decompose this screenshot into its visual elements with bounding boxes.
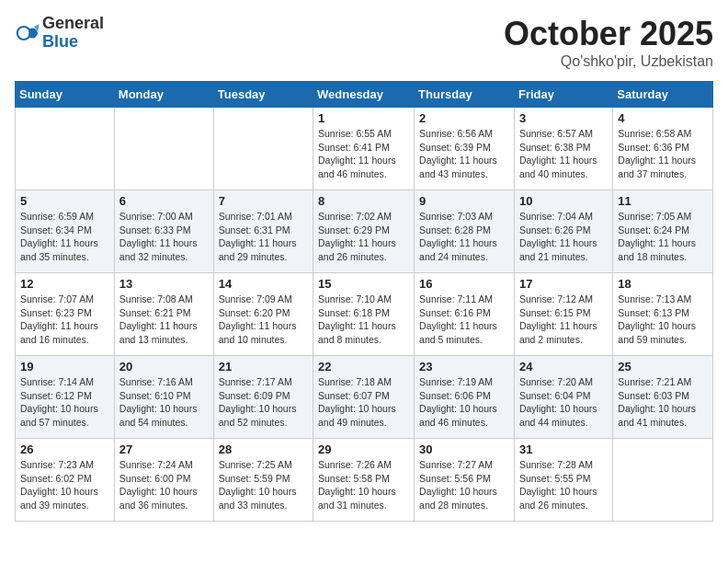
day-number: 19	[20, 360, 109, 373]
calendar-cell: 20Sunrise: 7:16 AM Sunset: 6:10 PM Dayli…	[114, 356, 213, 439]
calendar-cell: 9Sunrise: 7:03 AM Sunset: 6:28 PM Daylig…	[415, 190, 515, 273]
calendar-cell: 11Sunrise: 7:05 AM Sunset: 6:24 PM Dayli…	[613, 190, 713, 273]
calendar-week-4: 19Sunrise: 7:14 AM Sunset: 6:12 PM Dayli…	[16, 356, 713, 439]
day-number: 28	[219, 442, 308, 456]
day-info: Sunrise: 7:26 AM Sunset: 5:58 PM Dayligh…	[318, 458, 409, 512]
day-info: Sunrise: 7:17 AM Sunset: 6:09 PM Dayligh…	[219, 375, 308, 430]
calendar-cell: 4Sunrise: 6:58 AM Sunset: 6:36 PM Daylig…	[613, 108, 713, 190]
calendar-cell: 26Sunrise: 7:23 AM Sunset: 6:02 PM Dayli…	[16, 439, 115, 522]
day-info: Sunrise: 7:19 AM Sunset: 6:06 PM Dayligh…	[419, 375, 509, 430]
calendar-cell: 18Sunrise: 7:13 AM Sunset: 6:13 PM Dayli…	[613, 273, 713, 356]
day-number: 22	[318, 360, 409, 373]
logo-general: General	[42, 15, 104, 33]
month-title: October 2025	[504, 15, 713, 53]
day-info: Sunrise: 6:57 AM Sunset: 6:38 PM Dayligh…	[519, 127, 608, 181]
day-number: 29	[318, 442, 409, 456]
page-header: General Blue October 2025 Qo'shko'pir, U…	[15, 15, 713, 70]
weekday-thursday: Thursday	[415, 82, 515, 108]
day-number: 7	[219, 194, 308, 208]
day-info: Sunrise: 7:07 AM Sunset: 6:23 PM Dayligh…	[20, 293, 109, 347]
calendar-cell: 13Sunrise: 7:08 AM Sunset: 6:21 PM Dayli…	[114, 273, 213, 356]
day-number: 10	[519, 194, 608, 208]
day-info: Sunrise: 7:11 AM Sunset: 6:16 PM Dayligh…	[419, 293, 509, 347]
day-info: Sunrise: 7:25 AM Sunset: 5:59 PM Dayligh…	[219, 458, 308, 512]
day-number: 24	[519, 360, 608, 373]
day-number: 4	[618, 111, 708, 125]
calendar-cell: 10Sunrise: 7:04 AM Sunset: 6:26 PM Dayli…	[514, 190, 612, 273]
day-number: 11	[618, 194, 708, 208]
day-info: Sunrise: 7:00 AM Sunset: 6:33 PM Dayligh…	[119, 210, 209, 264]
day-number: 26	[20, 442, 109, 456]
calendar-week-3: 12Sunrise: 7:07 AM Sunset: 6:23 PM Dayli…	[16, 273, 713, 356]
calendar-table: SundayMondayTuesdayWednesdayThursdayFrid…	[15, 81, 713, 522]
calendar-week-5: 26Sunrise: 7:23 AM Sunset: 6:02 PM Dayli…	[16, 439, 713, 522]
day-info: Sunrise: 7:20 AM Sunset: 6:04 PM Dayligh…	[519, 375, 608, 430]
day-info: Sunrise: 6:55 AM Sunset: 6:41 PM Dayligh…	[318, 127, 409, 181]
calendar-cell	[613, 439, 713, 522]
calendar-cell: 28Sunrise: 7:25 AM Sunset: 5:59 PM Dayli…	[213, 439, 313, 522]
calendar-cell: 24Sunrise: 7:20 AM Sunset: 6:04 PM Dayli…	[514, 356, 612, 439]
day-number: 6	[119, 194, 209, 208]
day-info: Sunrise: 6:59 AM Sunset: 6:34 PM Dayligh…	[20, 210, 109, 264]
day-info: Sunrise: 7:23 AM Sunset: 6:02 PM Dayligh…	[20, 458, 109, 512]
calendar-cell: 12Sunrise: 7:07 AM Sunset: 6:23 PM Dayli…	[16, 273, 115, 356]
calendar-cell	[114, 108, 213, 190]
day-number: 1	[318, 111, 409, 125]
calendar-cell: 31Sunrise: 7:28 AM Sunset: 5:55 PM Dayli…	[514, 439, 612, 522]
day-number: 12	[20, 277, 109, 291]
calendar-cell: 5Sunrise: 6:59 AM Sunset: 6:34 PM Daylig…	[16, 190, 115, 273]
day-number: 2	[419, 111, 509, 125]
calendar-cell: 2Sunrise: 6:56 AM Sunset: 6:39 PM Daylig…	[415, 108, 515, 190]
day-info: Sunrise: 7:05 AM Sunset: 6:24 PM Dayligh…	[618, 210, 708, 264]
calendar-week-2: 5Sunrise: 6:59 AM Sunset: 6:34 PM Daylig…	[16, 190, 713, 273]
day-info: Sunrise: 7:16 AM Sunset: 6:10 PM Dayligh…	[119, 375, 209, 430]
calendar-cell	[16, 108, 115, 190]
day-info: Sunrise: 7:03 AM Sunset: 6:28 PM Dayligh…	[419, 210, 509, 264]
weekday-wednesday: Wednesday	[313, 82, 415, 108]
day-info: Sunrise: 6:56 AM Sunset: 6:39 PM Dayligh…	[419, 127, 509, 181]
calendar-cell: 29Sunrise: 7:26 AM Sunset: 5:58 PM Dayli…	[313, 439, 415, 522]
calendar-cell: 1Sunrise: 6:55 AM Sunset: 6:41 PM Daylig…	[313, 108, 415, 190]
day-info: Sunrise: 7:10 AM Sunset: 6:18 PM Dayligh…	[318, 293, 409, 347]
calendar-cell: 3Sunrise: 6:57 AM Sunset: 6:38 PM Daylig…	[514, 108, 612, 190]
day-number: 30	[419, 442, 509, 456]
day-info: Sunrise: 7:01 AM Sunset: 6:31 PM Dayligh…	[219, 210, 308, 264]
day-number: 5	[20, 194, 109, 208]
day-number: 16	[419, 277, 509, 291]
day-info: Sunrise: 7:09 AM Sunset: 6:20 PM Dayligh…	[219, 293, 308, 347]
calendar-cell: 27Sunrise: 7:24 AM Sunset: 6:00 PM Dayli…	[114, 439, 213, 522]
calendar-cell: 25Sunrise: 7:21 AM Sunset: 6:03 PM Dayli…	[613, 356, 713, 439]
day-info: Sunrise: 7:02 AM Sunset: 6:29 PM Dayligh…	[318, 210, 409, 264]
weekday-friday: Friday	[514, 82, 612, 108]
day-info: Sunrise: 7:28 AM Sunset: 5:55 PM Dayligh…	[519, 458, 608, 512]
weekday-sunday: Sunday	[16, 82, 115, 108]
day-info: Sunrise: 7:21 AM Sunset: 6:03 PM Dayligh…	[618, 375, 708, 430]
calendar-cell: 7Sunrise: 7:01 AM Sunset: 6:31 PM Daylig…	[213, 190, 313, 273]
logo: General Blue	[15, 15, 104, 52]
calendar-cell: 16Sunrise: 7:11 AM Sunset: 6:16 PM Dayli…	[415, 273, 515, 356]
day-number: 14	[219, 277, 308, 291]
day-info: Sunrise: 7:14 AM Sunset: 6:12 PM Dayligh…	[20, 375, 109, 430]
weekday-saturday: Saturday	[613, 82, 713, 108]
location-subtitle: Qo'shko'pir, Uzbekistan	[504, 53, 713, 70]
day-number: 9	[419, 194, 509, 208]
calendar-body: 1Sunrise: 6:55 AM Sunset: 6:41 PM Daylig…	[16, 108, 713, 522]
calendar-cell: 22Sunrise: 7:18 AM Sunset: 6:07 PM Dayli…	[313, 356, 415, 439]
logo-blue: Blue	[42, 33, 104, 52]
day-info: Sunrise: 7:12 AM Sunset: 6:15 PM Dayligh…	[519, 293, 608, 347]
calendar-cell: 19Sunrise: 7:14 AM Sunset: 6:12 PM Dayli…	[16, 356, 115, 439]
calendar-week-1: 1Sunrise: 6:55 AM Sunset: 6:41 PM Daylig…	[16, 108, 713, 190]
day-info: Sunrise: 7:04 AM Sunset: 6:26 PM Dayligh…	[519, 210, 608, 264]
weekday-header-row: SundayMondayTuesdayWednesdayThursdayFrid…	[16, 82, 713, 108]
day-info: Sunrise: 7:27 AM Sunset: 5:56 PM Dayligh…	[419, 458, 509, 512]
day-info: Sunrise: 6:58 AM Sunset: 6:36 PM Dayligh…	[618, 127, 708, 181]
day-number: 20	[119, 360, 209, 373]
day-info: Sunrise: 7:24 AM Sunset: 6:00 PM Dayligh…	[119, 458, 209, 512]
day-number: 13	[119, 277, 209, 291]
calendar-cell: 17Sunrise: 7:12 AM Sunset: 6:15 PM Dayli…	[514, 273, 612, 356]
calendar-cell: 30Sunrise: 7:27 AM Sunset: 5:56 PM Dayli…	[415, 439, 515, 522]
day-number: 27	[119, 442, 209, 456]
calendar-cell: 15Sunrise: 7:10 AM Sunset: 6:18 PM Dayli…	[313, 273, 415, 356]
day-number: 3	[519, 111, 608, 125]
weekday-monday: Monday	[114, 82, 213, 108]
